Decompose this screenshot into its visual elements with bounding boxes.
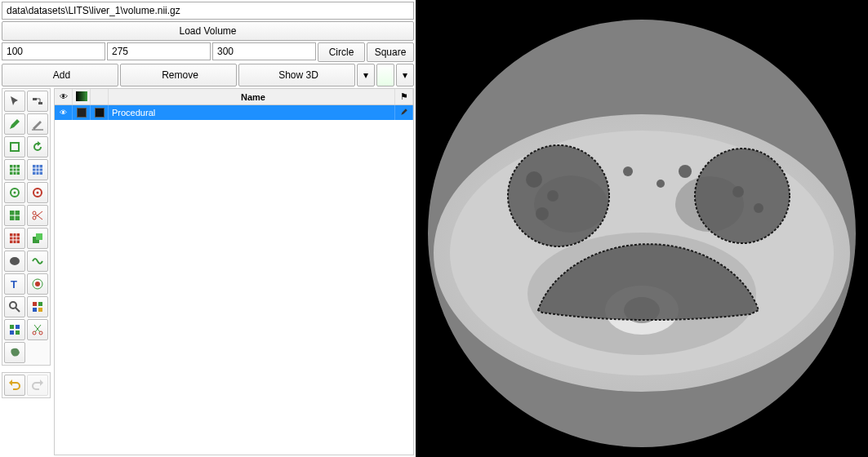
tool-target[interactable] bbox=[4, 182, 25, 203]
flag-icon[interactable]: ⚑ bbox=[400, 91, 408, 102]
svg-rect-25 bbox=[38, 308, 42, 312]
go-dropdown[interactable]: ▾ bbox=[396, 64, 414, 87]
svg-rect-27 bbox=[16, 325, 20, 329]
file-path-input[interactable] bbox=[2, 2, 414, 20]
show-3d-button[interactable]: Show 3D bbox=[238, 64, 355, 87]
svg-text:T: T bbox=[11, 278, 17, 291]
svg-point-20 bbox=[35, 282, 40, 286]
tool-grid4[interactable] bbox=[4, 228, 25, 249]
tool-cursor[interactable] bbox=[4, 91, 25, 112]
param1-input[interactable] bbox=[2, 42, 105, 60]
svg-rect-24 bbox=[33, 308, 37, 312]
svg-point-21 bbox=[10, 302, 16, 308]
tool-layers[interactable] bbox=[27, 228, 48, 249]
svg-point-45 bbox=[657, 180, 665, 188]
svg-rect-14 bbox=[10, 233, 20, 243]
svg-rect-29 bbox=[16, 331, 20, 335]
undo-redo-group bbox=[2, 372, 51, 398]
tool-tiles[interactable] bbox=[4, 319, 25, 340]
tool-zoom[interactable] bbox=[4, 296, 25, 317]
tool-pencil-line[interactable] bbox=[27, 113, 48, 135]
svg-point-46 bbox=[679, 165, 692, 178]
tool-pencil[interactable] bbox=[4, 113, 25, 135]
tool-palette[interactable] bbox=[27, 296, 48, 317]
tool-scissors[interactable] bbox=[27, 205, 48, 226]
tool-cut[interactable] bbox=[27, 319, 48, 340]
tool-text[interactable]: T bbox=[4, 273, 25, 295]
svg-rect-26 bbox=[10, 325, 14, 329]
param2-input[interactable] bbox=[107, 42, 211, 60]
eye-icon[interactable]: 👁 bbox=[60, 92, 68, 101]
svg-rect-16 bbox=[36, 233, 42, 240]
add-button[interactable]: Add bbox=[2, 64, 118, 87]
load-volume-button[interactable]: Load Volume bbox=[2, 21, 414, 41]
tool-wave[interactable] bbox=[27, 251, 48, 272]
undo-button[interactable] bbox=[4, 375, 25, 396]
svg-point-8 bbox=[14, 192, 16, 194]
tool-organ[interactable] bbox=[4, 342, 25, 363]
tool-palette: T bbox=[2, 88, 51, 366]
tool-record[interactable] bbox=[27, 273, 48, 295]
svg-rect-28 bbox=[10, 331, 14, 335]
svg-rect-32 bbox=[76, 91, 87, 101]
svg-rect-5 bbox=[10, 165, 20, 175]
tool-target-red[interactable] bbox=[27, 182, 48, 203]
layers-header: 👁 Name ⚑ bbox=[55, 89, 413, 105]
chevron-down-icon: ▾ bbox=[363, 69, 368, 81]
tool-brain[interactable] bbox=[4, 251, 25, 272]
redo-button[interactable] bbox=[27, 375, 48, 396]
svg-point-52 bbox=[695, 149, 790, 243]
svg-point-10 bbox=[37, 192, 39, 194]
remove-label: Remove bbox=[162, 69, 198, 81]
visibility-icon[interactable]: 👁 bbox=[60, 109, 67, 117]
name-column-header[interactable]: Name bbox=[109, 89, 395, 104]
chevron-down-icon: ▾ bbox=[403, 69, 407, 81]
thumb-swatch bbox=[95, 108, 105, 118]
color-swatch[interactable] bbox=[77, 108, 87, 118]
gradient-icon[interactable] bbox=[76, 91, 87, 103]
svg-point-44 bbox=[623, 166, 633, 176]
add-label: Add bbox=[53, 69, 70, 81]
svg-rect-4 bbox=[11, 143, 19, 151]
show-3d-label: Show 3D bbox=[278, 69, 318, 81]
tool-shape[interactable] bbox=[4, 136, 25, 158]
edit-icon[interactable] bbox=[400, 108, 408, 118]
layer-name: Procedural bbox=[109, 105, 395, 120]
layer-row[interactable]: 👁 Procedural bbox=[55, 105, 413, 120]
svg-point-17 bbox=[10, 257, 20, 265]
tool-grid2[interactable] bbox=[27, 159, 48, 180]
svg-rect-22 bbox=[33, 302, 37, 306]
remove-button[interactable]: Remove bbox=[120, 64, 237, 87]
square-button[interactable]: Square bbox=[367, 42, 414, 62]
show-3d-dropdown[interactable]: ▾ bbox=[357, 64, 375, 87]
go-button[interactable] bbox=[376, 64, 394, 87]
svg-rect-23 bbox=[38, 302, 42, 306]
tool-link[interactable] bbox=[27, 91, 48, 112]
tool-grid3[interactable] bbox=[4, 205, 25, 226]
image-viewport[interactable] bbox=[416, 0, 868, 457]
layers-panel: 👁 Name ⚑ 👁 bbox=[54, 88, 414, 455]
svg-point-51 bbox=[508, 145, 609, 246]
tool-grid1[interactable] bbox=[4, 159, 25, 180]
param3-input[interactable] bbox=[212, 42, 316, 60]
tool-refresh[interactable] bbox=[27, 136, 48, 158]
circle-button[interactable]: Circle bbox=[318, 42, 365, 62]
svg-rect-6 bbox=[33, 165, 42, 175]
